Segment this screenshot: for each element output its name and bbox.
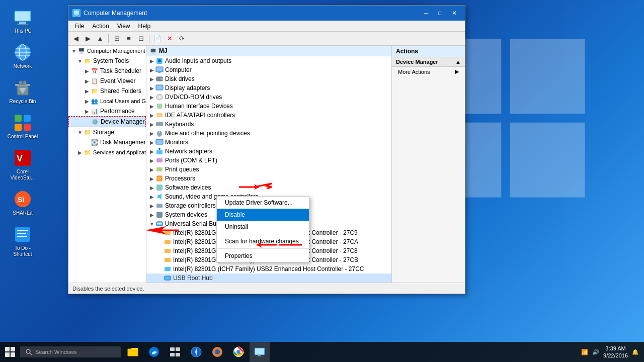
device-ports[interactable]: ▶ Ports (COM & LPT) — [146, 156, 391, 165]
toolbar-list[interactable]: ≡ — [123, 33, 134, 44]
toolbar-forward[interactable]: ▶ — [83, 33, 94, 44]
ctx-scan[interactable]: Scan for hardware changes — [217, 235, 309, 247]
device-usb-root-1[interactable]: USB Root Hub — [146, 274, 391, 283]
device-disk-drives[interactable]: ▶ Disk drives — [146, 74, 391, 83]
status-bar: Disables the selected device. — [68, 283, 465, 294]
tree-performance[interactable]: ▶ 📊 Performance — [68, 106, 146, 116]
desktop-icon-shareit[interactable]: Si SHAREit — [3, 187, 43, 218]
desktop-icons: This PC Network Recycle Bin Control Pane… — [0, 0, 60, 264]
toolbar-up[interactable]: ▲ — [95, 33, 106, 44]
tree-disk-mgmt[interactable]: 💽 Disk Management — [68, 137, 146, 147]
todo-icon — [13, 224, 33, 244]
ctx-uninstall[interactable]: Uninstall — [217, 221, 309, 233]
menu-bar: File Action View Help — [68, 21, 465, 32]
pane-header-title: MJ — [159, 47, 168, 54]
desktop-icon-recycle[interactable]: Recycle Bin — [3, 75, 43, 107]
device-dvd[interactable]: ▶ DVD/CD-ROM drives — [146, 93, 391, 102]
menu-file[interactable]: File — [70, 22, 88, 31]
svg-rect-47 — [156, 150, 163, 154]
ctx-update-driver[interactable]: Update Driver Software... — [217, 197, 309, 209]
device-network[interactable]: ▶ Network adapters — [146, 147, 391, 156]
taskbar-comp-mgmt[interactable] — [250, 342, 270, 362]
toolbar-details[interactable]: ⊡ — [135, 33, 146, 44]
taskbar-chrome[interactable] — [228, 342, 249, 362]
tree-services[interactable]: ▶ 📁 Services and Applications — [68, 147, 146, 157]
ctx-disable[interactable]: Disable — [217, 209, 309, 221]
svg-rect-25 — [15, 227, 30, 242]
device-label: Computer — [165, 66, 192, 73]
window-titlebar: Computer Management ─ □ ✕ — [68, 6, 465, 21]
device-label: Network adapters — [165, 148, 212, 155]
perf-icon: 📊 — [91, 107, 99, 115]
svg-rect-55 — [156, 212, 163, 218]
desktop-icon-todo[interactable]: To Do - Shortcut — [3, 222, 43, 259]
device-label: Software devices — [165, 184, 211, 191]
shareit-label: SHAREit — [13, 210, 32, 216]
ctx-separator — [217, 234, 309, 234]
device-display[interactable]: ▶ Display adapters — [146, 83, 391, 93]
expand-icon — [156, 247, 164, 254]
tray-time[interactable]: 3:39 AM 9/22/2016 — [603, 345, 628, 359]
desktop-icon-network[interactable]: Network — [3, 40, 43, 71]
tree-computer-mgmt[interactable]: ▼ 🖥️ Computer Management (Local — [68, 46, 146, 56]
tree-task-scheduler[interactable]: ▶ 📅 Task Scheduler — [68, 66, 146, 76]
device-intel-27cc[interactable]: Intel(R) 82801G (ICH7 Family) USB2 Enhan… — [146, 264, 391, 274]
desktop-icon-thispc[interactable]: This PC — [3, 5, 43, 36]
device-label: Intel(R) 82801G (ICH7 Family) USB2 Enhan… — [173, 265, 364, 273]
taskbar-edge[interactable] — [144, 342, 164, 362]
device-ide[interactable]: ▶ IDE ATA/ATAPI controllers — [146, 111, 391, 120]
tree-local-users[interactable]: ▶ 👥 Local Users and Groups — [68, 96, 146, 106]
menu-view[interactable]: View — [113, 22, 134, 31]
tree-label: Task Scheduler — [100, 67, 141, 74]
tree-system-tools[interactable]: ▼ 📁 System Tools — [68, 56, 146, 66]
desktop-icon-corel[interactable]: V Corel VideoStu... — [3, 146, 43, 183]
tree-device-manager[interactable]: ⚙️ Device Manager — [68, 116, 146, 127]
taskbar-firefox[interactable] — [207, 342, 227, 362]
device-print[interactable]: ▶ Print queues — [146, 165, 391, 174]
taskbar-tray: 📶 🔊 3:39 AM 9/22/2016 🔔 — [576, 345, 644, 359]
device-processors[interactable]: ▶ Processors — [146, 174, 391, 183]
action-group-device-manager[interactable]: Device Manager ▲ — [392, 57, 465, 67]
taskbar-task-view[interactable] — [165, 342, 185, 362]
taskbar-compass[interactable] — [186, 342, 206, 362]
maximize-button[interactable]: □ — [434, 8, 447, 18]
svg-rect-87 — [176, 353, 180, 356]
device-monitors[interactable]: ▶ Monitors — [146, 138, 391, 147]
desktop-icon-control[interactable]: Control Panel — [3, 111, 43, 142]
toolbar-refresh[interactable]: ⟳ — [176, 33, 187, 44]
start-button[interactable] — [0, 342, 20, 362]
toolbar-export[interactable]: 📄 — [152, 33, 163, 44]
device-label: IDE ATA/ATAPI controllers — [165, 112, 235, 119]
ctx-properties[interactable]: Properties — [217, 250, 309, 262]
close-button[interactable]: ✕ — [448, 8, 461, 18]
menu-help[interactable]: Help — [134, 22, 155, 31]
minimize-button[interactable]: ─ — [420, 8, 433, 18]
tree-storage[interactable]: ▼ 📁 Storage — [68, 127, 146, 137]
tree-event-viewer[interactable]: ▶ 📋 Event Viewer — [68, 76, 146, 86]
device-hid[interactable]: ▶ Human Interface Devices — [146, 102, 391, 111]
svg-point-40 — [158, 96, 160, 98]
tree-shared-folders[interactable]: ▶ 📁 Shared Folders — [68, 86, 146, 96]
device-mice[interactable]: ▶ Mice and other pointing devices — [146, 129, 391, 138]
taskbar-search[interactable]: Search Windows — [20, 346, 121, 357]
toolbar-show-hide[interactable]: ⊞ — [111, 33, 122, 44]
services-icon: 📁 — [84, 148, 92, 156]
device-label: Display adapters — [165, 84, 210, 92]
expand-icon: ▶ — [148, 75, 155, 82]
tree-label: Performance — [100, 108, 135, 115]
taskbar-file-explorer[interactable] — [123, 342, 143, 362]
device-audio[interactable]: ▶ Audio inputs and outputs — [146, 56, 391, 65]
device-keyboards[interactable]: ▶ Keyboards — [146, 120, 391, 129]
svg-point-91 — [215, 349, 220, 354]
svg-rect-35 — [158, 72, 160, 73]
control-label: Control Panel — [8, 134, 38, 140]
svg-rect-16 — [23, 81, 26, 85]
menu-action[interactable]: Action — [88, 22, 113, 31]
expand-icon: ▶ — [76, 149, 84, 156]
device-computer[interactable]: ▶ Computer — [146, 65, 391, 74]
svg-rect-64 — [165, 267, 171, 271]
device-software[interactable]: ▶ Software devices — [146, 183, 391, 192]
toolbar-delete[interactable]: ✕ — [164, 33, 175, 44]
toolbar-back[interactable]: ◀ — [70, 33, 82, 44]
action-more[interactable]: More Actions ▶ — [392, 67, 465, 76]
